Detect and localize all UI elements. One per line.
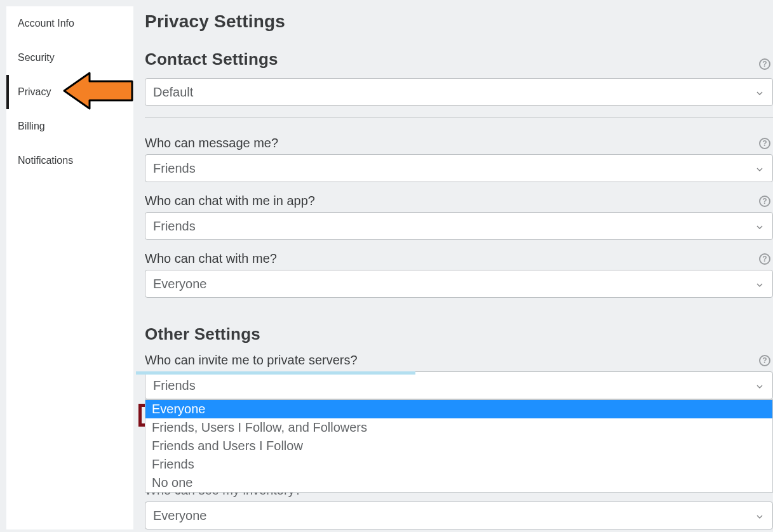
message-select[interactable]: Friends xyxy=(145,154,773,182)
sidebar-item-privacy[interactable]: Privacy xyxy=(6,75,133,109)
sidebar-item-security[interactable]: Security xyxy=(6,41,133,75)
dropdown-option-no-one[interactable]: No one xyxy=(145,474,772,492)
divider xyxy=(145,117,773,118)
field-label-chat-app: Who can chat with me in app? xyxy=(145,194,315,208)
page-title: Privacy Settings xyxy=(145,11,773,32)
contact-default-select[interactable]: Default xyxy=(145,78,773,106)
help-icon[interactable]: ? xyxy=(759,253,770,265)
help-icon[interactable]: ? xyxy=(759,196,770,207)
invite-dropdown-list: Everyone Friends, Users I Follow, and Fo… xyxy=(145,399,773,493)
chevron-down-icon xyxy=(755,380,765,390)
field-label-invite: Who can invite me to private servers? xyxy=(145,353,358,368)
chat-app-select[interactable]: Friends xyxy=(145,212,773,240)
dropdown-option-friends-follow[interactable]: Friends and Users I Follow xyxy=(145,437,772,455)
select-value: Everyone xyxy=(153,509,207,523)
sidebar-item-billing[interactable]: Billing xyxy=(6,109,133,143)
select-value: Everyone xyxy=(153,277,207,291)
sidebar-item-account-info[interactable]: Account Info xyxy=(6,6,133,41)
help-icon[interactable]: ? xyxy=(759,355,770,366)
field-label-message: Who can message me? xyxy=(145,136,278,150)
chevron-down-icon xyxy=(755,279,765,289)
section-title-contact: Contact Settings xyxy=(145,50,278,69)
select-value: Default xyxy=(153,85,193,100)
dropdown-option-everyone[interactable]: Everyone xyxy=(145,400,772,418)
main-content: Privacy Settings Contact Settings ? Defa… xyxy=(133,0,773,529)
settings-sidebar: Account Info Security Privacy Billing No… xyxy=(6,6,133,529)
inventory-select[interactable]: Everyone xyxy=(145,502,773,529)
chevron-down-icon xyxy=(755,221,765,231)
help-icon[interactable]: ? xyxy=(759,138,770,149)
sidebar-item-label: Security xyxy=(18,52,55,63)
chevron-down-icon xyxy=(755,510,765,521)
dropdown-option-friends-follow-followers[interactable]: Friends, Users I Follow, and Followers xyxy=(145,418,772,437)
invite-select[interactable]: Friends xyxy=(145,371,773,399)
help-icon[interactable]: ? xyxy=(759,58,770,70)
select-value: Friends xyxy=(153,161,196,176)
sidebar-item-label: Privacy xyxy=(18,86,51,97)
section-title-other: Other Settings xyxy=(145,324,773,344)
sidebar-item-notifications[interactable]: Notifications xyxy=(6,143,133,178)
sidebar-item-label: Billing xyxy=(18,121,45,131)
field-label-chat: Who can chat with me? xyxy=(145,251,277,266)
select-value: Friends xyxy=(153,219,196,234)
chat-select[interactable]: Everyone xyxy=(145,270,773,298)
dropdown-option-friends[interactable]: Friends xyxy=(145,455,772,474)
sidebar-item-label: Notifications xyxy=(18,155,73,166)
chevron-down-icon xyxy=(755,163,765,173)
sidebar-item-label: Account Info xyxy=(18,18,74,29)
select-value: Friends xyxy=(153,378,196,393)
chevron-down-icon xyxy=(755,87,765,97)
